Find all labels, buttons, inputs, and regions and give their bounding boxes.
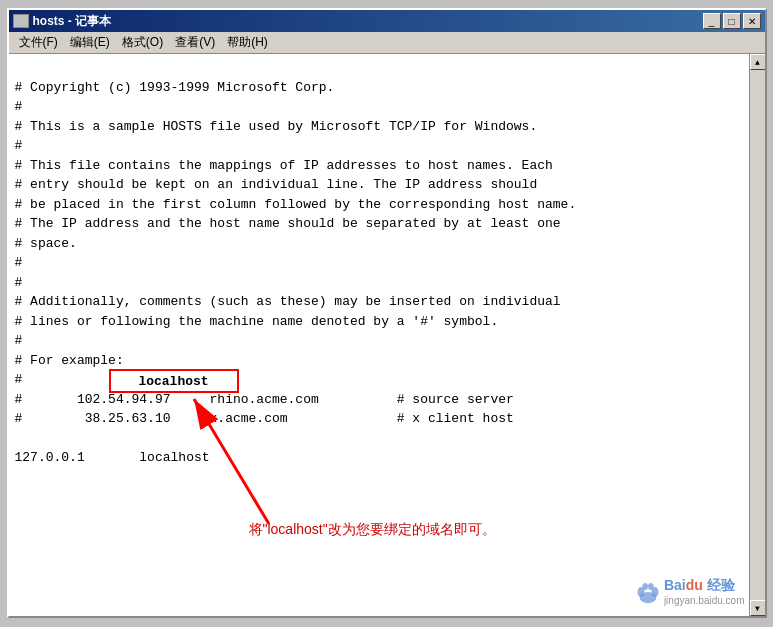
- format-menu[interactable]: 格式(O): [116, 32, 169, 53]
- scroll-down-button[interactable]: ▼: [750, 600, 765, 616]
- edit-menu[interactable]: 编辑(E): [64, 32, 116, 53]
- main-window: hosts - 记事本 _ □ ✕ 文件(F) 编辑(E) 格式(O) 查看(V…: [7, 8, 767, 618]
- scroll-track[interactable]: [750, 70, 765, 600]
- view-menu[interactable]: 查看(V): [169, 32, 221, 53]
- close-button[interactable]: ✕: [743, 13, 761, 29]
- editor-textarea[interactable]: # Copyright (c) 1993-1999 Microsoft Corp…: [9, 54, 749, 616]
- window-title: hosts - 记事本: [31, 13, 703, 30]
- vertical-scrollbar[interactable]: ▲ ▼: [749, 54, 765, 616]
- file-menu[interactable]: 文件(F): [13, 32, 64, 53]
- app-icon: [13, 14, 29, 28]
- menu-bar: 文件(F) 编辑(E) 格式(O) 查看(V) 帮助(H): [9, 32, 765, 54]
- maximize-button[interactable]: □: [723, 13, 741, 29]
- minimize-button[interactable]: _: [703, 13, 721, 29]
- window-controls: _ □ ✕: [703, 13, 761, 29]
- scroll-up-button[interactable]: ▲: [750, 54, 765, 70]
- content-area: # Copyright (c) 1993-1999 Microsoft Corp…: [9, 54, 765, 616]
- title-bar: hosts - 记事本 _ □ ✕: [9, 10, 765, 32]
- help-menu[interactable]: 帮助(H): [221, 32, 274, 53]
